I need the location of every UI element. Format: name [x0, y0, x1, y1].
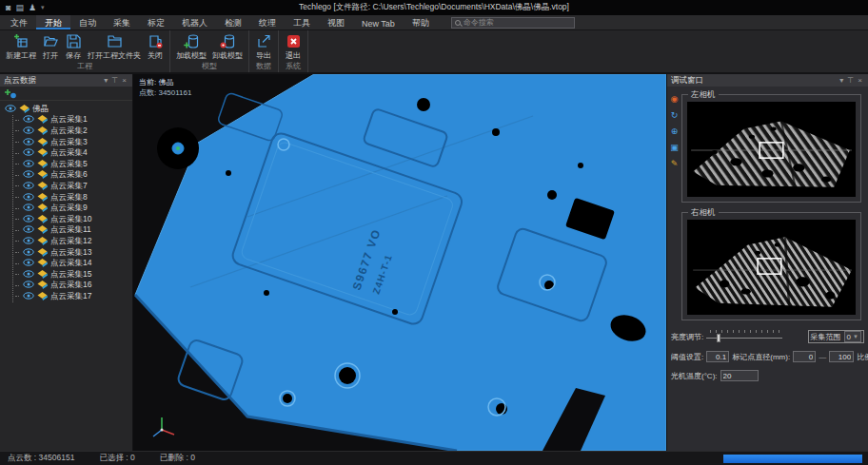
tree-item-10[interactable]: 点云采集10 — [15, 214, 132, 225]
tree-item-1[interactable]: 点云采集1 — [15, 115, 132, 126]
ribbon-button-new-project[interactable]: 新建工程 — [3, 31, 39, 61]
tree-item-14[interactable]: 点云采集14 — [15, 258, 132, 269]
visibility-eye-icon[interactable] — [23, 225, 34, 235]
menu-item-11[interactable]: 帮助 — [404, 15, 438, 29]
marker-min-input[interactable] — [793, 351, 816, 362]
menu-item-7[interactable]: 纹理 — [250, 15, 285, 29]
visibility-eye-icon[interactable] — [23, 160, 34, 169]
visibility-eye-icon[interactable] — [23, 126, 34, 136]
left-camera-view[interactable] — [687, 102, 856, 197]
point-cloud-tree: 佛晶点云采集1点云采集2点云采集3点云采集4点云采集5点云采集6点云采集7点云采… — [0, 101, 132, 451]
rotate-view-icon[interactable]: ↻ — [671, 110, 679, 120]
quick-access-caret-icon[interactable]: ▾ — [41, 4, 45, 11]
visibility-eye-icon[interactable] — [23, 170, 34, 180]
point-cloud-icon — [37, 258, 48, 269]
menu-item-0[interactable]: 文件 — [2, 15, 36, 29]
ribbon-button-open-folder[interactable]: 打开工程文件夹 — [85, 31, 144, 61]
fit-view-icon[interactable]: ⊕ — [671, 126, 679, 136]
command-search-box[interactable] — [451, 17, 575, 29]
menu-item-10[interactable]: New Tab — [353, 15, 404, 29]
visibility-eye-icon[interactable] — [5, 105, 16, 114]
ribbon-button-unload-model[interactable]: 卸载模型 — [209, 31, 246, 61]
slider-handle[interactable] — [717, 334, 720, 342]
capture-range-box: 采集范围 0 ▼ — [808, 330, 864, 343]
menu-item-8[interactable]: 工具 — [285, 15, 319, 29]
capture-range-select[interactable]: 0 ▼ — [844, 331, 861, 342]
menu-item-6[interactable]: 检测 — [216, 15, 250, 29]
point-cloud-icon — [37, 137, 48, 148]
tree-item-3[interactable]: 点云采集3 — [15, 137, 132, 148]
pin-icon[interactable]: ⊤ — [109, 74, 120, 87]
tree-item-12[interactable]: 点云采集12 — [15, 236, 132, 247]
brightness-slider[interactable] — [706, 330, 782, 343]
ribbon-button-close-project[interactable]: 关闭 — [144, 31, 167, 61]
tree-root-item[interactable]: 佛晶 — [5, 104, 132, 115]
visibility-eye-icon[interactable] — [23, 237, 34, 246]
close-icon[interactable]: × — [120, 74, 128, 87]
pin-icon[interactable]: ⊤ — [845, 74, 856, 87]
tree-item-8[interactable]: 点云采集8 — [15, 192, 132, 203]
close-icon[interactable]: × — [856, 74, 864, 87]
ribbon-button-label: 打开工程文件夹 — [88, 50, 141, 61]
tree-item-9[interactable]: 点云采集9 — [15, 203, 132, 214]
panel-menu-icon[interactable]: ▾ — [102, 74, 109, 87]
debug-panel-header: 调试窗口 ▾ ⊤ × — [667, 74, 868, 87]
add-point-cloud-icon[interactable] — [5, 88, 17, 99]
view-icon[interactable]: ▤ — [15, 0, 24, 15]
point-cloud-icon — [19, 104, 30, 115]
tree-item-7[interactable]: 点云采集7 — [15, 181, 132, 192]
viewport-overlay: 当前: 佛晶 点数: 34501161 — [139, 78, 191, 99]
visibility-eye-icon[interactable] — [23, 115, 34, 125]
ribbon-button-label: 退出 — [286, 50, 301, 61]
menu-item-3[interactable]: 采集 — [105, 15, 139, 29]
ribbon-button-export[interactable]: 导出 — [252, 31, 275, 61]
ribbon-button-label: 打开 — [43, 50, 58, 61]
ribbon-button-load-model[interactable]: 加载模型 — [173, 31, 209, 61]
visibility-eye-icon[interactable] — [23, 148, 34, 158]
tree-item-2[interactable]: 点云采集2 — [15, 126, 132, 137]
ribbon-button-save[interactable]: 保存 — [62, 31, 85, 61]
user-icon[interactable]: ♟ — [29, 0, 36, 15]
right-camera-view[interactable] — [687, 220, 856, 315]
app-logo-icon[interactable]: ◙ — [6, 0, 10, 15]
tree-item-17[interactable]: 点云采集17 — [15, 291, 132, 302]
threshold-input[interactable] — [706, 351, 729, 362]
visibility-eye-icon[interactable] — [23, 182, 34, 191]
projector-temp-input[interactable] — [720, 370, 759, 381]
visibility-eye-icon[interactable] — [23, 292, 34, 301]
menu-item-9[interactable]: 视图 — [319, 15, 353, 29]
viewport-3d[interactable]: 当前: 佛晶 点数: 34501161 — [133, 74, 666, 451]
tree-item-6[interactable]: 点云采集6 — [15, 170, 132, 182]
ribbon: 新建工程打开保存打开工程文件夹关闭工程加载模型卸载模型模型导出数据退出系统 — [0, 30, 868, 74]
search-input[interactable] — [464, 18, 571, 27]
tree-item-13[interactable]: 点云采集13 — [15, 247, 132, 259]
visibility-eye-icon[interactable] — [23, 215, 34, 224]
visibility-eye-icon[interactable] — [23, 270, 34, 280]
tree-item-4[interactable]: 点云采集4 — [15, 147, 132, 159]
menu-item-4[interactable]: 标定 — [139, 15, 173, 29]
marker-max-input[interactable] — [829, 351, 854, 362]
panel-menu-icon[interactable]: ▾ — [838, 74, 845, 87]
camera-toolbar: ◉↻⊕▣✎ — [668, 94, 681, 168]
tree-item-label: 点云采集15 — [50, 269, 91, 281]
scanned-model[interactable]: S9677 VO Z4H-T-1 — [133, 74, 666, 451]
camera-view-icon[interactable]: ▣ — [670, 143, 679, 152]
tree-item-11[interactable]: 点云采集11 — [15, 225, 132, 237]
visibility-eye-icon[interactable] — [23, 259, 34, 268]
tree-item-16[interactable]: 点云采集16 — [15, 281, 132, 292]
menu-item-5[interactable]: 机器人 — [173, 15, 216, 29]
power-icon[interactable]: ◉ — [671, 94, 679, 104]
right-camera-label: 右相机 — [688, 207, 719, 219]
visibility-eye-icon[interactable] — [23, 203, 34, 213]
visibility-eye-icon[interactable] — [23, 248, 34, 258]
tree-item-5[interactable]: 点云采集5 — [15, 159, 132, 170]
visibility-eye-icon[interactable] — [23, 138, 34, 147]
ribbon-button-open[interactable]: 打开 — [39, 31, 62, 61]
menu-item-2[interactable]: 自动 — [70, 15, 105, 29]
ribbon-button-exit[interactable]: 退出 — [282, 31, 305, 61]
visibility-eye-icon[interactable] — [23, 193, 34, 203]
measure-icon[interactable]: ✎ — [671, 159, 679, 168]
menu-item-1[interactable]: 开始 — [36, 15, 70, 29]
visibility-eye-icon[interactable] — [23, 281, 34, 290]
tree-item-15[interactable]: 点云采集15 — [15, 269, 132, 281]
